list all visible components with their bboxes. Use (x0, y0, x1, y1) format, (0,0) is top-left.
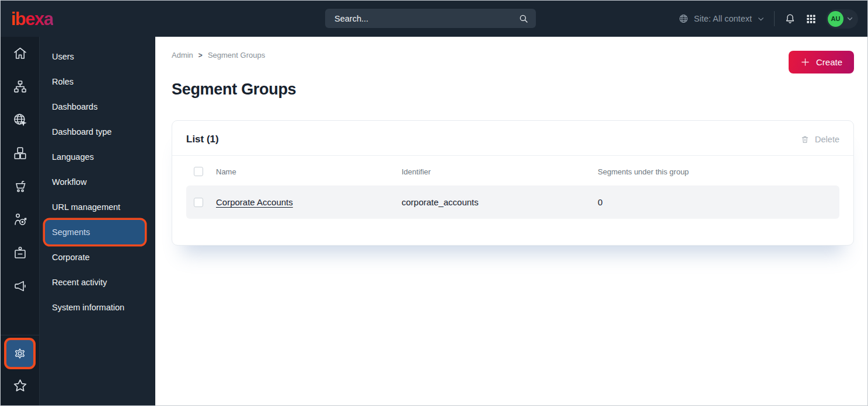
main-content: Admin > Segment Groups Segment Groups Cr… (155, 37, 867, 405)
app-window: ibexa Site: All context (0, 0, 868, 406)
select-all-checkbox[interactable] (194, 167, 203, 176)
card-divider (172, 155, 853, 156)
row-checkbox[interactable] (194, 198, 203, 207)
delete-button[interactable]: Delete (800, 135, 839, 144)
segments-under-group-count: 0 (598, 197, 839, 207)
breadcrumb-separator: > (198, 51, 203, 60)
segment-group-name-link[interactable]: Corporate Accounts (216, 197, 402, 207)
topbar-actions: Site: All context A (678, 1, 858, 37)
list-title: List (1) (186, 134, 219, 145)
column-header-segments-under-group: Segments under this group (598, 167, 839, 176)
menu-item-corporate[interactable]: Corporate (40, 244, 155, 270)
plus-icon (800, 57, 810, 67)
column-header-name: Name (216, 167, 402, 176)
menu-item-roles[interactable]: Roles (40, 69, 155, 94)
breadcrumb: Admin > Segment Groups (172, 51, 265, 60)
personalization-target-icon[interactable] (1, 203, 39, 236)
create-button-label: Create (816, 57, 842, 67)
commerce-cart-icon[interactable] (1, 170, 39, 203)
site-context-label: Site: All context (694, 14, 752, 23)
card-header: List (1) Delete (186, 134, 839, 145)
trash-icon (800, 135, 810, 144)
chevron-down-icon (757, 15, 765, 23)
admin-highlight (6, 340, 33, 367)
menu-item-dashboards[interactable]: Dashboards (40, 94, 155, 119)
menu-item-recent-activity[interactable]: Recent activity (40, 270, 155, 295)
table-header-row: Name Identifier Segments under this grou… (186, 163, 839, 180)
topbar-divider (774, 11, 775, 26)
search-input[interactable] (334, 14, 518, 23)
global-search (325, 9, 536, 28)
top-bar: ibexa Site: All context (1, 1, 867, 37)
campaign-megaphone-icon[interactable] (1, 270, 39, 303)
delete-button-label: Delete (815, 135, 839, 144)
column-header-identifier: Identifier (402, 167, 598, 176)
customer-badge-icon[interactable] (1, 236, 39, 270)
segment-groups-list-card: List (1) Delete Name Identifier Segments… (172, 120, 854, 246)
menu-item-segments[interactable]: Segments (45, 220, 145, 244)
segment-group-identifier: corporate_accounts (402, 197, 598, 207)
settings-gear-icon[interactable] (6, 340, 33, 367)
avatar: AU (828, 11, 843, 27)
admin-menu: Users Roles Dashboards Dashboard type La… (40, 37, 155, 406)
table-row: Corporate Accounts corporate_accounts 0 (186, 186, 839, 219)
globe-icon (678, 13, 689, 24)
search-icon[interactable] (518, 13, 529, 24)
home-icon[interactable] (1, 37, 39, 70)
user-menu[interactable]: AU (826, 9, 858, 29)
page-title: Segment Groups (172, 80, 296, 99)
menu-item-workflow[interactable]: Workflow (40, 169, 155, 194)
bookmarks-star-icon[interactable] (1, 373, 39, 398)
breadcrumb-segment-groups[interactable]: Segment Groups (208, 51, 265, 60)
menu-item-url-management[interactable]: URL management (40, 194, 155, 219)
product-catalog-icon[interactable] (1, 136, 39, 170)
create-button[interactable]: Create (789, 51, 854, 74)
menu-item-dashboard-type[interactable]: Dashboard type (40, 119, 155, 144)
chevron-down-icon (846, 15, 853, 22)
breadcrumb-admin[interactable]: Admin (172, 51, 193, 60)
menu-item-system-information[interactable]: System information (40, 295, 155, 320)
menu-item-users[interactable]: Users (40, 44, 155, 69)
icon-rail (1, 37, 40, 406)
site-icon[interactable] (1, 103, 39, 136)
site-context-selector[interactable]: Site: All context (678, 13, 765, 24)
app-grid-icon[interactable] (806, 13, 817, 24)
content-tree-icon[interactable] (1, 70, 39, 103)
menu-item-languages[interactable]: Languages (40, 144, 155, 169)
ibexa-logo[interactable]: ibexa (11, 10, 53, 28)
notifications-bell-icon[interactable] (784, 13, 796, 25)
rail-divider (1, 335, 39, 335)
